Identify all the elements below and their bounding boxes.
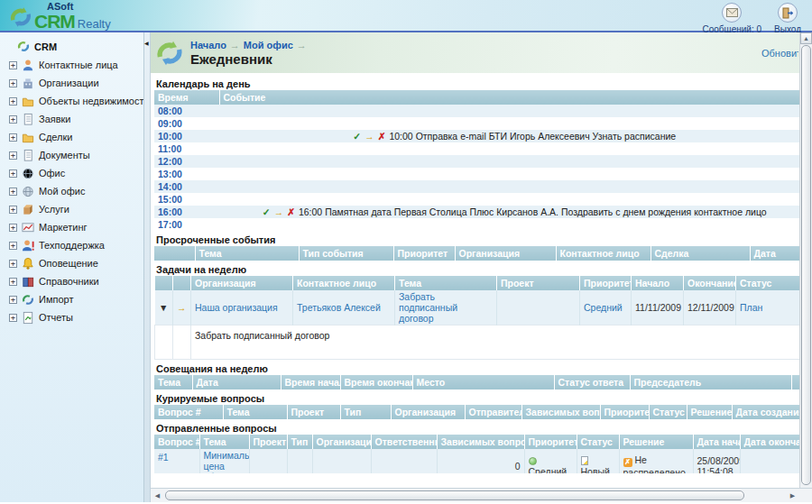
messages-button[interactable]: Сообщений: 0 [703,3,762,34]
go-arrow-icon[interactable]: → [274,206,284,217]
sidebar-root-crm[interactable]: CRM [0,38,143,56]
sidebar-item-label: Мой офис [39,186,85,197]
sidebar-item-services[interactable]: + Услуги [0,200,143,218]
expand-plus-icon[interactable]: + [9,79,17,87]
books-icon [21,275,35,289]
scroll-up-arrow[interactable]: ▲ [800,32,812,44]
status-cell: Новый [581,466,610,473]
scroll-left-arrow[interactable]: ◀ [152,490,163,501]
subject-link[interactable]: Забрать подписанный договор [399,291,457,324]
sent-table: Вопрос # Тема Проект Тип Организация Отв… [154,435,810,473]
time-link[interactable]: 09:00 [158,118,182,129]
time-link[interactable]: 08:00 [158,105,182,116]
sidebar-item-marketing[interactable]: + Маркетинг [0,218,143,236]
sidebar-item-documents[interactable]: + Документы [0,146,143,164]
contact-link[interactable]: Третьяков Алексей [297,302,381,313]
expand-plus-icon[interactable]: + [9,151,17,160]
col-header: Контактное лицо [293,276,395,290]
type-cell [287,449,312,473]
sidebar-item-deals[interactable]: + Сделки [0,128,143,146]
time-link[interactable]: 10:00 [158,131,182,142]
sidebar-item-label: Контактные лица [39,60,118,70]
time-link[interactable]: 16:00 [158,206,182,217]
expander-triangle-icon[interactable]: ▼ [159,302,168,313]
event-text: 16:00 Памятная дата Первая Столица Плюс … [299,206,767,217]
sidebar-item-requests[interactable]: + Заявки [0,110,143,128]
horizontal-scroll-thumb[interactable] [165,490,744,500]
expand-plus-icon[interactable]: + [9,260,17,268]
section-heading-tasks: Задачи на неделю [156,264,810,275]
calendar-row: 13:00 [154,168,810,180]
question-id-link[interactable]: #1 [158,452,169,463]
person-icon [21,59,35,72]
section-heading-overdue: Просроченные события [156,234,810,245]
vertical-scroll-thumb[interactable] [801,45,811,485]
col-header: Зависимых вопросов [437,435,524,449]
report-icon [21,311,35,325]
sidebar-item-directories[interactable]: + Справочники [0,272,143,290]
col-header: Решение [619,435,693,449]
go-arrow-icon[interactable]: → [364,131,374,142]
scroll-right-arrow[interactable]: ▶ [787,490,798,501]
sidebar-item-office[interactable]: + Офис [0,164,143,182]
expand-plus-icon[interactable]: + [9,115,17,124]
expand-plus-icon[interactable]: + [9,133,17,142]
expand-plus-icon[interactable]: + [9,314,17,322]
sidebar-collapse-strip[interactable]: ◀ [144,32,151,502]
col-header: Вопрос # [154,405,223,419]
sidebar-item-label: Объекты недвижимости [39,96,144,106]
delete-x-icon[interactable]: ✗ [287,206,295,217]
end-date-cell: 12/11/2009 [684,290,736,325]
sidebar-item-contacts[interactable]: + Контактные лица [0,56,143,74]
expand-plus-icon[interactable]: + [9,278,17,286]
breadcrumb-home[interactable]: Начало [190,40,226,50]
resolution-cell: Не распределено [623,454,686,473]
sidebar-item-alerts[interactable]: + Оповещение [0,254,143,272]
expand-plus-icon[interactable]: + [9,242,17,250]
delete-x-icon[interactable]: ✗ [378,131,386,142]
project-cell [497,290,580,325]
expand-plus-icon[interactable]: + [9,61,17,69]
col-header: Проект [249,435,287,449]
expand-plus-icon[interactable]: + [9,170,17,178]
expand-plus-icon[interactable]: + [9,206,17,214]
sidebar-item-import[interactable]: + Импорт [0,290,143,308]
refresh-button[interactable]: Обновить [759,47,798,59]
organization-link[interactable]: Наша организация [195,302,278,313]
col-header: Дата начала [693,435,740,449]
col-header: Организация [455,246,556,261]
priority-link[interactable]: Средний [584,302,623,313]
breadcrumb-my-office[interactable]: Мой офис [244,40,293,50]
logout-button[interactable]: Выход [774,3,801,34]
collapse-arrow-icon[interactable]: ◀ [144,40,149,46]
col-header-empty [154,246,195,261]
time-link[interactable]: 15:00 [158,194,182,205]
complete-check-icon[interactable]: ✓ [263,206,271,217]
sidebar-item-my-office[interactable]: + Мой офис [0,182,143,200]
sidebar-item-support[interactable]: + Техподдержка [0,236,143,254]
sidebar-item-reports[interactable]: + Отчеты [0,308,143,326]
content-header: Начало→Мой офис→ Ежедневник Обновить [151,32,812,73]
sidebar-item-label: Документы [39,150,90,160]
sidebar-item-realty-objects[interactable]: + Объекты недвижимости [0,92,143,110]
sidebar-item-organizations[interactable]: + Организации [0,74,143,92]
col-header: Сделка [651,246,750,261]
status-link[interactable]: План [740,302,762,313]
time-link[interactable]: 11:00 [158,143,181,154]
time-link[interactable]: 14:00 [158,181,182,192]
expand-plus-icon[interactable]: + [9,97,17,105]
time-link[interactable]: 13:00 [158,169,182,179]
go-arrow-icon[interactable]: → [177,302,187,313]
time-link[interactable]: 17:00 [158,219,182,230]
document-icon [21,149,35,162]
sidebar-item-label: Сделки [39,132,73,142]
complete-check-icon[interactable]: ✓ [353,131,361,142]
question-subject-link[interactable]: Минимальная цена объекта [204,450,250,473]
time-link[interactable]: 12:00 [158,156,182,167]
expand-plus-icon[interactable]: + [9,224,17,232]
col-header: Тип [340,405,391,419]
expand-plus-icon[interactable]: + [9,296,17,304]
col-header: Организация [391,405,465,419]
exit-door-icon [778,3,798,23]
expand-plus-icon[interactable]: + [9,188,17,196]
